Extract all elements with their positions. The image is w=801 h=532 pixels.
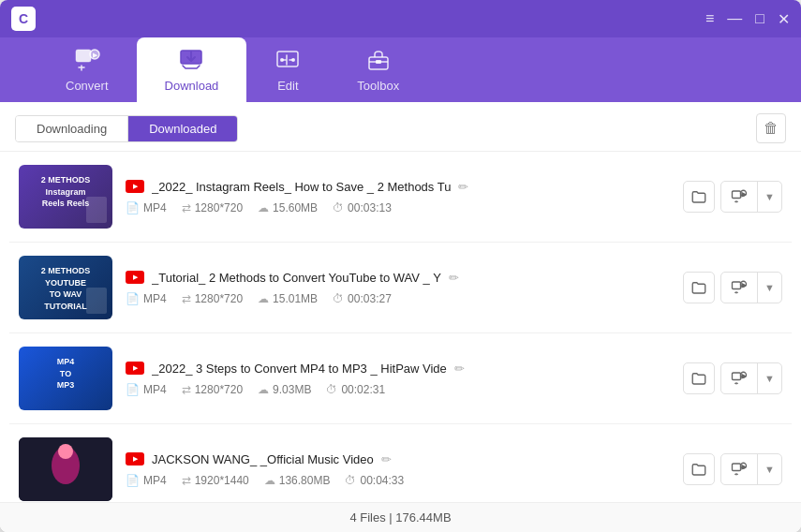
- size-value: 15.60MB: [273, 201, 318, 214]
- convert-button[interactable]: ▶▼: [720, 181, 782, 213]
- file-item: 2 METHODS Instagram Reels Reels_2022_ In…: [9, 152, 792, 243]
- duration-value: 00:03:13: [348, 201, 392, 214]
- meta-duration: ⏱00:03:13: [333, 201, 392, 214]
- content-area: Downloading Downloaded 🗑 2 METHODS Insta…: [0, 102, 801, 532]
- resolution-icon: ⇄: [182, 201, 191, 214]
- meta-size: ☁15.60MB: [258, 201, 318, 214]
- svg-point-6: [291, 58, 295, 62]
- nav-label-edit: Edit: [277, 79, 298, 93]
- svg-text:▶: ▶: [742, 283, 746, 288]
- convert-dropdown-arrow[interactable]: ▼: [758, 363, 781, 393]
- menu-icon[interactable]: ≡: [705, 10, 714, 27]
- resolution-value: 1280*720: [195, 383, 243, 396]
- size-icon: ☁: [258, 383, 269, 396]
- svg-rect-0: [76, 50, 91, 62]
- file-actions: ▶▼: [683, 362, 782, 394]
- resolution-value: 1920*1440: [195, 474, 249, 487]
- size-value: 15.01MB: [273, 292, 318, 305]
- tab-downloaded[interactable]: Downloaded: [128, 116, 237, 141]
- duration-icon: ⏱: [345, 474, 356, 487]
- meta-size: ☁136.80MB: [264, 474, 331, 487]
- file-title-text: _2022_ Instagram Reels_ How to Save _ 2 …: [152, 180, 451, 194]
- duration-value: 00:04:33: [360, 474, 404, 487]
- youtube-icon: [126, 271, 144, 284]
- file-info: _2022_ 3 Steps to Convert MP4 to MP3 _ H…: [126, 362, 670, 396]
- file-item: 2 METHODS YOUTUBE TO WAV TUTORIAL_Tutori…: [9, 243, 792, 333]
- meta-format: 📄MP4: [126, 474, 167, 487]
- duration-value: 00:03:27: [348, 292, 392, 305]
- open-folder-button[interactable]: [683, 362, 715, 394]
- edit-icon[interactable]: ✏: [381, 452, 392, 466]
- maximize-icon[interactable]: □: [755, 10, 764, 27]
- status-bar: 4 Files | 176.44MB: [0, 502, 801, 532]
- file-title-row: JACKSON WANG_ _Official Music Video✏: [126, 452, 670, 466]
- open-folder-button[interactable]: [683, 453, 715, 485]
- file-title-text: _2022_ 3 Steps to Convert MP4 to MP3 _ H…: [152, 362, 447, 376]
- convert-button[interactable]: ▶▼: [720, 272, 782, 303]
- convert-dropdown-arrow[interactable]: ▼: [758, 182, 781, 212]
- duration-value: 00:02:31: [341, 383, 385, 396]
- minimize-icon[interactable]: —: [727, 10, 742, 27]
- convert-dropdown-arrow[interactable]: ▼: [758, 454, 781, 484]
- title-bar: C ≡ — □ ✕: [0, 0, 801, 37]
- status-text: 4 Files | 176.44MB: [349, 510, 451, 525]
- format-value: MP4: [143, 201, 167, 214]
- svg-rect-8: [376, 60, 381, 64]
- open-folder-button[interactable]: [683, 272, 715, 303]
- format-icon: 📄: [126, 292, 140, 305]
- duration-icon: ⏱: [333, 201, 344, 214]
- meta-duration: ⏱00:04:33: [345, 474, 404, 487]
- nav-item-download[interactable]: Download: [137, 37, 247, 102]
- file-title-text: JACKSON WANG_ _Official Music Video: [152, 452, 374, 466]
- file-actions: ▶▼: [683, 181, 782, 213]
- file-thumbnail: [19, 437, 112, 501]
- youtube-icon: [126, 362, 144, 375]
- edit-icon[interactable]: ✏: [458, 180, 468, 194]
- svg-point-5: [280, 58, 284, 62]
- open-folder-button[interactable]: [683, 181, 715, 213]
- convert-button[interactable]: ▶▼: [720, 362, 782, 394]
- youtube-icon: [126, 452, 144, 466]
- tab-downloading[interactable]: Downloading: [16, 116, 128, 141]
- svg-rect-9: [733, 191, 741, 199]
- duration-icon: ⏱: [333, 292, 344, 305]
- delete-all-button[interactable]: 🗑: [756, 113, 786, 143]
- resolution-icon: ⇄: [182, 292, 191, 305]
- meta-format: 📄MP4: [126, 201, 167, 214]
- tab-bar: Downloading Downloaded 🗑: [0, 102, 801, 152]
- svg-rect-15: [733, 373, 741, 380]
- meta-size: ☁9.03MB: [258, 383, 311, 396]
- edit-icon[interactable]: ✏: [449, 271, 459, 285]
- window-controls: ≡ — □ ✕: [705, 10, 790, 28]
- close-icon[interactable]: ✕: [778, 10, 790, 28]
- app-logo: C: [11, 7, 36, 31]
- svg-text:▶: ▶: [742, 374, 746, 378]
- meta-resolution: ⇄1280*720: [182, 383, 243, 396]
- file-list: 2 METHODS Instagram Reels Reels_2022_ In…: [0, 152, 801, 502]
- meta-format: 📄MP4: [126, 292, 167, 305]
- svg-rect-12: [733, 282, 741, 289]
- nav-item-convert[interactable]: ▶ Convert: [37, 37, 137, 102]
- meta-resolution: ⇄1280*720: [182, 201, 243, 214]
- format-value: MP4: [143, 474, 167, 487]
- edit-icon[interactable]: ✏: [454, 362, 465, 376]
- file-info: _Tutorial_ 2 Methods to Convert YouTube …: [126, 271, 670, 305]
- file-title-text: _Tutorial_ 2 Methods to Convert YouTube …: [152, 271, 441, 285]
- file-meta: 📄MP4⇄1280*720☁15.01MB⏱00:03:27: [126, 292, 670, 305]
- convert-dropdown-arrow[interactable]: ▼: [758, 273, 781, 303]
- nav-label-toolbox: Toolbox: [357, 79, 399, 93]
- duration-icon: ⏱: [326, 383, 337, 396]
- nav-item-edit[interactable]: Edit: [246, 37, 329, 102]
- nav-label-download: Download: [165, 79, 219, 93]
- nav-item-toolbox[interactable]: Toolbox: [329, 37, 427, 102]
- meta-resolution: ⇄1280*720: [182, 292, 243, 305]
- file-info: JACKSON WANG_ _Official Music Video✏📄MP4…: [126, 452, 670, 487]
- convert-icon: ▶: [721, 454, 758, 484]
- format-value: MP4: [143, 383, 167, 396]
- file-meta: 📄MP4⇄1920*1440☁136.80MB⏱00:04:33: [126, 474, 670, 487]
- app-window: C ≡ — □ ✕ ▶ Convert: [0, 0, 801, 532]
- tab-group: Downloading Downloaded: [15, 115, 238, 142]
- convert-button[interactable]: ▶▼: [720, 453, 782, 485]
- file-actions: ▶▼: [683, 453, 782, 485]
- resolution-value: 1280*720: [195, 292, 243, 305]
